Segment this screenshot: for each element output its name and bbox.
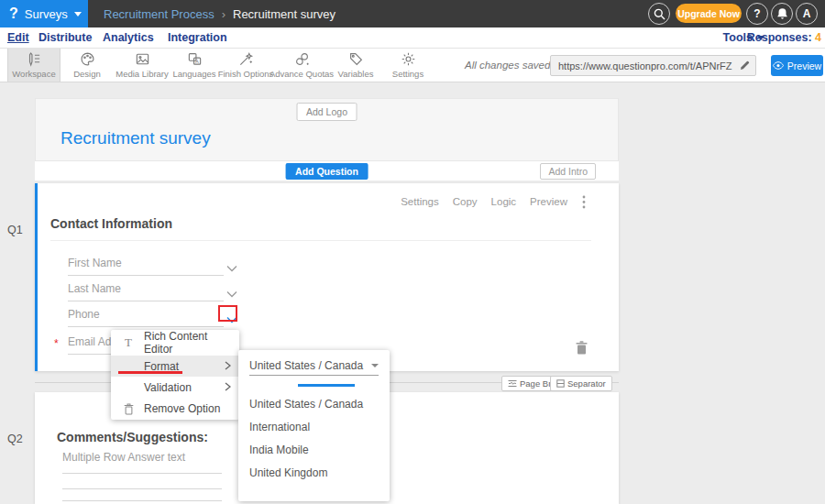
surveys-product-menu[interactable]: ? Surveys — [0, 0, 88, 27]
field-label-last-name[interactable]: Last Name — [68, 282, 121, 295]
questionpro-logo-icon: ? — [9, 6, 18, 21]
pencil-icon — [740, 60, 750, 71]
help-button[interactable]: ? — [746, 3, 768, 25]
question-title[interactable]: Contact Information — [50, 216, 172, 231]
toolbar-item-finish-options[interactable]: Finish Options — [218, 49, 273, 82]
translate-icon: A — [187, 51, 203, 67]
field-underline — [68, 301, 224, 301]
menu-item-format[interactable]: Format — [111, 356, 239, 377]
select-underline — [249, 375, 379, 376]
field-label-phone[interactable]: Phone — [68, 308, 100, 321]
question-copy-link[interactable]: Copy — [453, 196, 478, 207]
separator-label: Separator — [567, 378, 606, 389]
links-icon — [294, 51, 310, 67]
product-menu-label: Surveys — [25, 7, 68, 21]
tab-integration[interactable]: Integration — [168, 27, 227, 48]
question-settings-link[interactable]: Settings — [401, 196, 439, 207]
survey-title[interactable]: Recruitment survey — [60, 128, 211, 148]
format-option-us-canada[interactable]: United States / Canada — [249, 393, 382, 416]
delete-row-button[interactable] — [576, 341, 588, 358]
toolbar-item-advance-quotas[interactable]: Advance Quotas — [273, 49, 330, 82]
format-option-india-mobile[interactable]: India Mobile — [249, 439, 382, 462]
question-actions: Settings Copy Logic Preview — [401, 196, 567, 207]
multi-row-answer-placeholder[interactable]: Multiple Row Answer text — [62, 451, 185, 464]
field-dropdown-last-name[interactable] — [226, 285, 237, 301]
answer-underline — [62, 473, 222, 474]
add-question-strip: Add Question Add Intro — [35, 161, 619, 181]
menu-item-remove-option[interactable]: Remove Option — [111, 399, 239, 420]
toolbar-item-label: Advance Quotas — [270, 69, 334, 79]
toolbar-item-workspace[interactable]: Workspace — [7, 49, 60, 82]
responses-count: 4 — [815, 31, 821, 44]
image-icon — [135, 51, 150, 67]
search-button[interactable] — [648, 3, 670, 25]
breadcrumb-separator: › — [222, 7, 226, 21]
toolbar-item-settings[interactable]: Settings — [381, 49, 434, 82]
preview-label: Preview — [787, 60, 821, 71]
menu-item-validation[interactable]: Validation — [111, 377, 239, 398]
question-logic-link[interactable]: Logic — [491, 196, 517, 207]
question-title[interactable]: Comments/Suggestions: — [57, 430, 208, 444]
format-select[interactable]: United States / Canada — [249, 356, 379, 375]
tab-distribute[interactable]: Distribute — [38, 27, 92, 48]
search-icon — [654, 8, 666, 20]
account-avatar[interactable]: A — [796, 3, 818, 25]
separator-button[interactable]: Separator — [550, 376, 612, 391]
question-more-menu-button[interactable] — [582, 195, 586, 213]
eye-icon — [773, 61, 784, 70]
add-intro-button[interactable]: Add Intro — [540, 163, 596, 180]
submenu-chevron-icon — [225, 381, 231, 394]
submenu-chevron-icon — [225, 360, 231, 373]
menu-item-label: Rich Content Editor — [144, 330, 239, 356]
phone-format-submenu: United States / Canada United States / C… — [238, 350, 390, 501]
tab-edit[interactable]: Edit — [7, 27, 29, 48]
answer-underline — [62, 500, 222, 501]
annotation-underline — [118, 371, 182, 374]
field-label-first-name[interactable]: First Name — [68, 257, 122, 269]
survey-url-value: https://www.questionpro.com/t/APNrFZ — [551, 60, 734, 71]
field-dropdown-first-name[interactable] — [226, 259, 237, 276]
format-option-united-kingdom[interactable]: United Kingdom — [249, 462, 382, 485]
toolbar-item-label: Variables — [338, 69, 374, 79]
notifications-button[interactable] — [771, 3, 793, 25]
breadcrumb: Recruitment Process › Recruitment survey — [104, 0, 336, 27]
toolbar-item-label: Languages — [172, 69, 215, 79]
magic-wand-icon — [238, 51, 254, 67]
edit-url-button[interactable] — [734, 60, 755, 71]
ellipsis-vertical-icon — [582, 195, 586, 209]
breadcrumb-parent[interactable]: Recruitment Process — [104, 7, 214, 21]
toolbar-item-languages[interactable]: A Languages — [170, 49, 218, 82]
section-nav: Edit Distribute Analytics Integration To… — [0, 27, 825, 49]
responses-label: Responses: — [747, 31, 812, 44]
chevron-down-icon — [226, 290, 237, 298]
answer-underline — [62, 488, 222, 489]
breadcrumb-current: Recruitment survey — [233, 7, 336, 21]
avatar-initial: A — [803, 7, 811, 20]
tab-analytics[interactable]: Analytics — [103, 27, 154, 48]
gear-icon — [401, 51, 416, 67]
workspace-icon — [27, 51, 42, 67]
preview-button[interactable]: Preview — [771, 55, 823, 76]
chevron-down-icon — [371, 364, 379, 367]
toolbar-item-label: Settings — [392, 69, 424, 79]
page-break-icon — [508, 379, 517, 388]
responses-link[interactable]: Responses: 4 — [747, 27, 821, 48]
toolbar-item-label: Finish Options — [218, 69, 274, 79]
toolbar-item-design[interactable]: Design — [60, 49, 114, 82]
upgrade-now-button[interactable]: Upgrade Now — [676, 4, 742, 23]
question-preview-link[interactable]: Preview — [530, 196, 567, 207]
row-options-context-menu: T Rich Content Editor Format Validation … — [111, 330, 239, 420]
active-indicator-bar — [298, 384, 355, 387]
survey-url-field[interactable]: https://www.questionpro.com/t/APNrFZ — [550, 55, 756, 76]
menu-item-rich-content-editor[interactable]: T Rich Content Editor — [111, 330, 239, 356]
question-number-q1: Q1 — [7, 224, 23, 236]
toolbar-item-variables[interactable]: Variables — [330, 49, 381, 82]
add-question-button[interactable]: Add Question — [285, 163, 368, 180]
field-underline — [68, 275, 224, 276]
toolbar-item-media-library[interactable]: Media Library — [114, 49, 170, 82]
format-option-international[interactable]: International — [249, 416, 382, 439]
add-logo-button[interactable]: Add Logo — [296, 103, 358, 121]
help-icon: ? — [754, 7, 760, 20]
editor-toolbar: Workspace Design Media Library A Languag… — [0, 49, 825, 82]
separator-icon — [556, 379, 565, 388]
